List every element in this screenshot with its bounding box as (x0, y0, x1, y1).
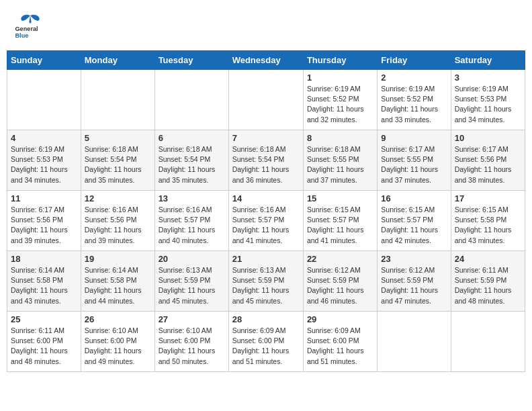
calendar-week-row: 1Sunrise: 6:19 AM Sunset: 5:52 PM Daylig… (7, 70, 525, 130)
day-info: Sunrise: 6:18 AM Sunset: 5:54 PM Dayligh… (232, 144, 300, 185)
day-info: Sunrise: 6:19 AM Sunset: 5:52 PM Dayligh… (307, 84, 373, 125)
day-number: 23 (381, 254, 447, 264)
calendar-cell: 22Sunrise: 6:12 AM Sunset: 5:59 PM Dayli… (303, 251, 377, 312)
day-number: 4 (11, 133, 77, 143)
day-number: 5 (85, 133, 151, 143)
calendar-cell: 11Sunrise: 6:17 AM Sunset: 5:56 PM Dayli… (7, 191, 81, 251)
calendar-table: SundayMondayTuesdayWednesdayThursdayFrid… (7, 50, 525, 372)
calendar-cell: 5Sunrise: 6:18 AM Sunset: 5:54 PM Daylig… (81, 130, 154, 191)
day-number: 11 (11, 193, 77, 203)
day-info: Sunrise: 6:09 AM Sunset: 6:00 PM Dayligh… (232, 326, 300, 367)
day-info: Sunrise: 6:17 AM Sunset: 5:56 PM Dayligh… (455, 144, 521, 185)
calendar-cell: 3Sunrise: 6:19 AM Sunset: 5:53 PM Daylig… (451, 70, 525, 130)
calendar-cell (154, 70, 228, 130)
day-info: Sunrise: 6:19 AM Sunset: 5:52 PM Dayligh… (381, 84, 447, 125)
calendar-week-row: 25Sunrise: 6:11 AM Sunset: 6:00 PM Dayli… (7, 312, 525, 372)
svg-text:General: General (15, 26, 38, 32)
day-number: 25 (11, 314, 77, 324)
day-number: 29 (307, 314, 373, 324)
weekday-header-tuesday: Tuesday (154, 51, 228, 70)
calendar-cell: 25Sunrise: 6:11 AM Sunset: 6:00 PM Dayli… (7, 312, 81, 372)
day-number: 3 (455, 73, 521, 83)
day-info: Sunrise: 6:17 AM Sunset: 5:55 PM Dayligh… (381, 144, 447, 185)
calendar-cell: 18Sunrise: 6:14 AM Sunset: 5:58 PM Dayli… (7, 251, 81, 312)
calendar-cell: 15Sunrise: 6:15 AM Sunset: 5:57 PM Dayli… (303, 191, 377, 251)
day-number: 12 (85, 193, 151, 203)
calendar-week-row: 18Sunrise: 6:14 AM Sunset: 5:58 PM Dayli… (7, 251, 525, 312)
day-info: Sunrise: 6:17 AM Sunset: 5:56 PM Dayligh… (11, 205, 77, 246)
calendar-cell: 6Sunrise: 6:18 AM Sunset: 5:54 PM Daylig… (154, 130, 228, 191)
calendar-cell: 21Sunrise: 6:13 AM Sunset: 5:59 PM Dayli… (228, 251, 303, 312)
day-number: 26 (85, 314, 151, 324)
logo-svg: General Blue (13, 10, 47, 40)
logo: General Blue (13, 10, 47, 40)
calendar-cell: 28Sunrise: 6:09 AM Sunset: 6:00 PM Dayli… (228, 312, 303, 372)
day-number: 1 (307, 73, 373, 83)
day-info: Sunrise: 6:16 AM Sunset: 5:57 PM Dayligh… (159, 205, 225, 246)
day-number: 16 (381, 193, 447, 203)
day-info: Sunrise: 6:18 AM Sunset: 5:55 PM Dayligh… (307, 144, 373, 185)
calendar-cell (81, 70, 154, 130)
weekday-header-saturday: Saturday (451, 51, 525, 70)
calendar-cell: 20Sunrise: 6:13 AM Sunset: 5:59 PM Dayli… (154, 251, 228, 312)
day-number: 14 (232, 193, 300, 203)
day-info: Sunrise: 6:10 AM Sunset: 6:00 PM Dayligh… (85, 326, 151, 367)
day-info: Sunrise: 6:12 AM Sunset: 5:59 PM Dayligh… (307, 265, 373, 306)
calendar-cell: 7Sunrise: 6:18 AM Sunset: 5:54 PM Daylig… (228, 130, 303, 191)
day-info: Sunrise: 6:18 AM Sunset: 5:54 PM Dayligh… (85, 144, 151, 185)
calendar-cell: 4Sunrise: 6:19 AM Sunset: 5:53 PM Daylig… (7, 130, 81, 191)
calendar-cell: 1Sunrise: 6:19 AM Sunset: 5:52 PM Daylig… (303, 70, 377, 130)
day-info: Sunrise: 6:19 AM Sunset: 5:53 PM Dayligh… (11, 144, 77, 185)
calendar-cell: 8Sunrise: 6:18 AM Sunset: 5:55 PM Daylig… (303, 130, 377, 191)
calendar-cell: 12Sunrise: 6:16 AM Sunset: 5:56 PM Dayli… (81, 191, 154, 251)
day-number: 27 (159, 314, 225, 324)
calendar-header-row: SundayMondayTuesdayWednesdayThursdayFrid… (7, 51, 525, 70)
day-number: 18 (11, 254, 77, 264)
day-number: 9 (381, 133, 447, 143)
day-number: 17 (455, 193, 521, 203)
day-info: Sunrise: 6:12 AM Sunset: 5:59 PM Dayligh… (381, 265, 447, 306)
day-number: 19 (85, 254, 151, 264)
calendar-cell: 2Sunrise: 6:19 AM Sunset: 5:52 PM Daylig… (378, 70, 451, 130)
day-number: 22 (307, 254, 373, 264)
day-info: Sunrise: 6:11 AM Sunset: 5:59 PM Dayligh… (455, 265, 521, 306)
day-info: Sunrise: 6:09 AM Sunset: 6:00 PM Dayligh… (307, 326, 373, 367)
day-number: 8 (307, 133, 373, 143)
day-info: Sunrise: 6:13 AM Sunset: 5:59 PM Dayligh… (232, 265, 300, 306)
calendar-cell: 9Sunrise: 6:17 AM Sunset: 5:55 PM Daylig… (378, 130, 451, 191)
calendar-cell (228, 70, 303, 130)
day-number: 7 (232, 133, 300, 143)
calendar-cell: 29Sunrise: 6:09 AM Sunset: 6:00 PM Dayli… (303, 312, 377, 372)
calendar-week-row: 11Sunrise: 6:17 AM Sunset: 5:56 PM Dayli… (7, 191, 525, 251)
calendar-cell: 17Sunrise: 6:15 AM Sunset: 5:58 PM Dayli… (451, 191, 525, 251)
day-info: Sunrise: 6:13 AM Sunset: 5:59 PM Dayligh… (159, 265, 225, 306)
calendar-cell: 13Sunrise: 6:16 AM Sunset: 5:57 PM Dayli… (154, 191, 228, 251)
weekday-header-thursday: Thursday (303, 51, 377, 70)
calendar-cell: 26Sunrise: 6:10 AM Sunset: 6:00 PM Dayli… (81, 312, 154, 372)
day-info: Sunrise: 6:15 AM Sunset: 5:57 PM Dayligh… (307, 205, 373, 246)
day-info: Sunrise: 6:14 AM Sunset: 5:58 PM Dayligh… (11, 265, 77, 306)
day-number: 28 (232, 314, 300, 324)
day-info: Sunrise: 6:16 AM Sunset: 5:57 PM Dayligh… (232, 205, 300, 246)
day-number: 21 (232, 254, 300, 264)
calendar-cell (7, 70, 81, 130)
day-number: 2 (381, 73, 447, 83)
day-info: Sunrise: 6:15 AM Sunset: 5:58 PM Dayligh… (455, 205, 521, 246)
svg-text:Blue: Blue (15, 32, 29, 39)
day-info: Sunrise: 6:14 AM Sunset: 5:58 PM Dayligh… (85, 265, 151, 306)
day-info: Sunrise: 6:11 AM Sunset: 6:00 PM Dayligh… (11, 326, 77, 367)
calendar-week-row: 4Sunrise: 6:19 AM Sunset: 5:53 PM Daylig… (7, 130, 525, 191)
day-number: 24 (455, 254, 521, 264)
calendar-cell: 27Sunrise: 6:10 AM Sunset: 6:00 PM Dayli… (154, 312, 228, 372)
weekday-header-monday: Monday (81, 51, 154, 70)
calendar-cell: 23Sunrise: 6:12 AM Sunset: 5:59 PM Dayli… (378, 251, 451, 312)
day-number: 13 (159, 193, 225, 203)
weekday-header-friday: Friday (378, 51, 451, 70)
day-info: Sunrise: 6:19 AM Sunset: 5:53 PM Dayligh… (455, 84, 521, 125)
day-info: Sunrise: 6:18 AM Sunset: 5:54 PM Dayligh… (159, 144, 225, 185)
day-number: 6 (159, 133, 225, 143)
calendar-cell (378, 312, 451, 372)
weekday-header-wednesday: Wednesday (228, 51, 303, 70)
day-info: Sunrise: 6:15 AM Sunset: 5:57 PM Dayligh… (381, 205, 447, 246)
day-info: Sunrise: 6:10 AM Sunset: 6:00 PM Dayligh… (159, 326, 225, 367)
